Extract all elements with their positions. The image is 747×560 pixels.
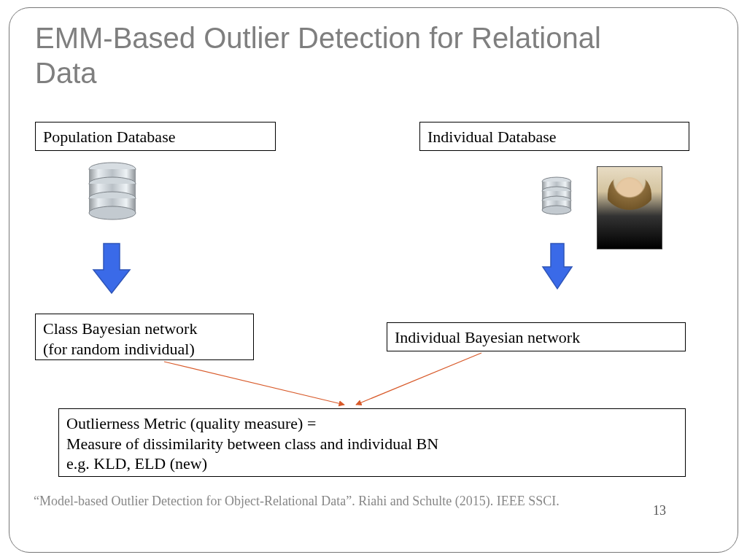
outlierness-metric-box: Outlierness Metric (quality measure) = M… [58, 408, 686, 477]
slide-title: EMM-Based Outlier Detection for Relation… [35, 20, 619, 90]
individual-bn-box: Individual Bayesian network [387, 322, 686, 351]
population-db-box: Population Database [35, 122, 276, 151]
database-icon [540, 176, 573, 216]
person-photo [597, 166, 662, 249]
class-bn-line1: Class Bayesian network [43, 319, 197, 338]
down-arrow-icon [540, 241, 575, 292]
class-bn-line2: (for random individual) [43, 340, 195, 358]
metric-line2: Measure of dissimilarity between class a… [66, 435, 438, 453]
metric-line3: e.g. KLD, ELD (new) [66, 454, 207, 472]
page-number: 13 [653, 503, 666, 518]
svg-point-13 [542, 206, 571, 214]
metric-line1: Outlierness Metric (quality measure) = [66, 414, 316, 432]
svg-point-6 [89, 206, 136, 219]
class-bn-box: Class Bayesian network (for random indiv… [35, 314, 254, 360]
individual-db-box: Individual Database [419, 122, 689, 151]
down-arrow-icon [90, 241, 133, 296]
citation-footnote: “Model-based Outlier Detection for Objec… [34, 494, 560, 509]
database-icon [86, 162, 139, 222]
